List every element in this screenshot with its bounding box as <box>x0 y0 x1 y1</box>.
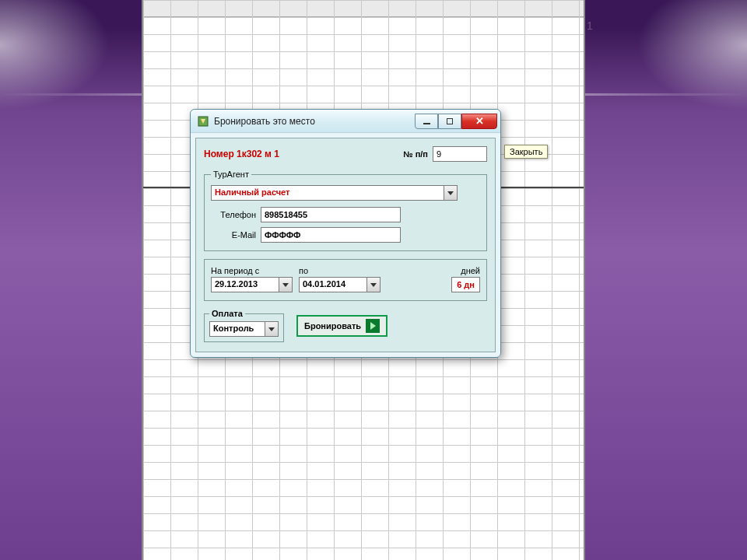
close-tooltip: Закрыть <box>504 145 548 159</box>
period-days-value: 6 дн <box>451 277 480 292</box>
order-no-input[interactable] <box>433 146 487 162</box>
app-icon <box>197 115 209 128</box>
email-input[interactable] <box>261 227 401 243</box>
close-icon: ✕ <box>475 115 484 127</box>
chevron-down-icon[interactable] <box>279 277 293 292</box>
period-from-value: 29.12.2013 <box>211 277 279 292</box>
chevron-down-icon[interactable] <box>367 277 381 292</box>
period-days-col: дней 6 дн <box>451 266 480 292</box>
bottom-row: Оплата Контроль Бронировать <box>204 309 487 342</box>
window-title: Бронировать это место <box>214 116 415 127</box>
period-days-label: дней <box>451 266 480 275</box>
period-to-picker[interactable]: 04.01.2014 <box>299 277 381 292</box>
payment-control-select[interactable]: Контроль <box>209 321 279 337</box>
touragent-group: ТурАгент Наличный расчет Телефон E-Mail <box>204 170 487 251</box>
payment-group: Оплата Контроль <box>204 309 284 342</box>
close-button[interactable]: ✕ <box>461 114 497 129</box>
chevron-down-icon[interactable] <box>265 321 279 337</box>
play-icon <box>366 319 380 333</box>
period-from-col: На период с 29.12.2013 <box>211 266 293 292</box>
phone-row: Телефон <box>211 207 480 222</box>
payment-control-value: Контроль <box>209 321 265 337</box>
minimize-icon <box>423 123 430 124</box>
period-from-label: На период с <box>211 266 293 275</box>
touragent-legend: ТурАгент <box>211 170 251 179</box>
email-row: E-Mail <box>211 227 480 243</box>
book-button[interactable]: Бронировать <box>296 315 388 337</box>
period-from-picker[interactable]: 29.12.2013 <box>211 277 293 292</box>
order-no-label: № п/п <box>403 149 428 159</box>
payment-type-select[interactable]: Наличный расчет <box>211 185 480 201</box>
booking-dialog: Бронировать это место ✕ Номер 1к302 м 1 … <box>190 109 501 358</box>
room-label: Номер 1к302 м 1 <box>204 149 279 159</box>
period-to-value: 04.01.2014 <box>299 277 367 292</box>
titlebar[interactable]: Бронировать это место ✕ <box>191 110 500 133</box>
phone-input[interactable] <box>261 207 401 222</box>
dialog-body: Номер 1к302 м 1 № п/п ТурАгент Наличный … <box>195 138 496 352</box>
maximize-button[interactable] <box>438 114 461 129</box>
period-group: На период с 29.12.2013 по 04.01.2014 дне… <box>204 259 487 301</box>
email-label: E-Mail <box>211 230 256 240</box>
maximize-icon <box>447 118 453 124</box>
phone-label: Телефон <box>211 210 256 219</box>
period-to-col: по 04.01.2014 <box>299 266 381 292</box>
chevron-down-icon[interactable] <box>444 185 458 201</box>
window-buttons: ✕ <box>415 114 497 129</box>
book-button-label: Бронировать <box>304 321 361 331</box>
minimize-button[interactable] <box>415 114 438 129</box>
payment-type-value: Наличный расчет <box>211 185 444 201</box>
room-row: Номер 1к302 м 1 № п/п <box>204 146 487 162</box>
period-to-label: по <box>299 266 381 275</box>
payment-legend: Оплата <box>209 309 245 318</box>
